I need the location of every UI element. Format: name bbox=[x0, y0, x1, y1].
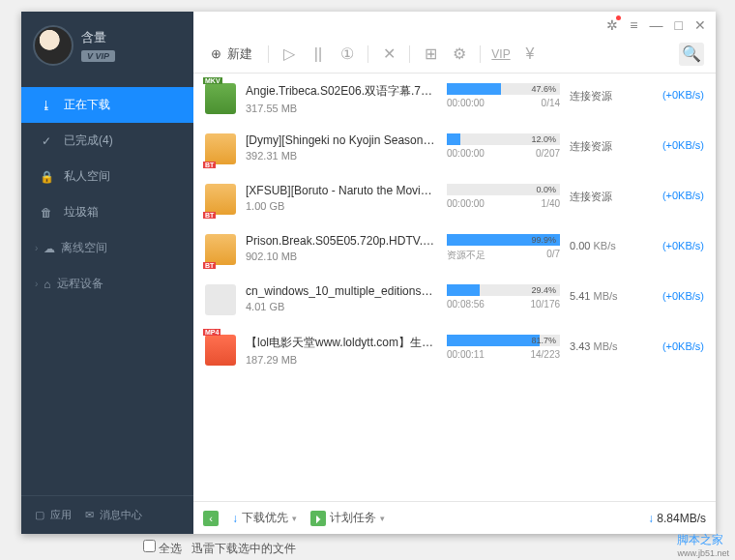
file-icon bbox=[205, 234, 236, 265]
watermark: 脚本之家 www.jb51.net bbox=[677, 532, 729, 558]
progress-bar: 29.4% bbox=[447, 284, 560, 296]
elapsed-time: 资源不足 bbox=[447, 249, 485, 262]
sidebar-group-offline[interactable]: › ☁ 离线空间 bbox=[21, 230, 193, 266]
file-name: [XFSUB][Boruto - Naruto the Movie][BIG5.… bbox=[246, 184, 437, 197]
status-text: 0.00 KB/s bbox=[570, 234, 636, 251]
parts-count: 0/14 bbox=[542, 98, 560, 108]
vip-button[interactable]: VIP bbox=[490, 44, 512, 65]
plus-icon: ⊕ bbox=[211, 46, 221, 61]
sidebar-group-remote[interactable]: › ⌂ 远程设备 bbox=[21, 266, 193, 302]
download-row[interactable]: cn_windows_10_multiple_editions_x64_d...… bbox=[193, 275, 716, 325]
parts-count: 14/223 bbox=[530, 349, 560, 360]
file-name: Prison.Break.S05E05.720p.HDTV.x264-KI... bbox=[246, 234, 437, 248]
window-controls: ✲ ≡ — □ ✕ bbox=[193, 12, 716, 35]
notification-icon[interactable]: ✲ bbox=[606, 17, 618, 33]
priority-icon[interactable]: ① bbox=[337, 44, 358, 65]
toolbar: ⊕ 新建 ▷ || ① ✕ ⊞ ⚙ VIP ¥ 🔍 bbox=[193, 35, 716, 74]
search-icon: 🔍 bbox=[682, 44, 701, 63]
file-size: 187.29 MB bbox=[246, 354, 437, 366]
avatar[interactable] bbox=[33, 25, 74, 66]
plan-task-button[interactable]: ⏵ 计划任务 ▾ bbox=[310, 510, 385, 526]
chevron-right-icon: › bbox=[35, 279, 38, 289]
minimize-button[interactable]: — bbox=[650, 17, 663, 33]
sidebar: 含量 V VIP ⭳ 正在下载 ✓ 已完成(4) 🔒 私人空间 🗑 垃圾箱 bbox=[21, 12, 193, 534]
sidebar-item-label: 已完成(4) bbox=[64, 133, 113, 149]
status-text: 3.43 MB/s bbox=[570, 335, 636, 352]
speed-text: (+0KB/s) bbox=[646, 284, 704, 302]
speed-text: (+0KB/s) bbox=[646, 133, 704, 151]
progress-bar: 99.9% bbox=[447, 234, 560, 246]
vip-badge[interactable]: V VIP bbox=[81, 50, 115, 62]
file-icon bbox=[205, 184, 236, 215]
file-size: 392.31 MB bbox=[246, 150, 437, 162]
chevron-right-icon: › bbox=[35, 243, 38, 253]
sidebar-item-label: 正在下载 bbox=[64, 97, 110, 113]
elapsed-time: 00:00:00 bbox=[447, 98, 485, 108]
new-task-button[interactable]: ⊕ 新建 bbox=[205, 42, 258, 67]
check-icon: ✓ bbox=[39, 133, 54, 149]
menu-icon[interactable]: ≡ bbox=[630, 17, 637, 33]
sidebar-messages[interactable]: ✉ 消息中心 bbox=[85, 508, 142, 522]
grid-icon[interactable]: ⊞ bbox=[420, 44, 441, 65]
maximize-button[interactable]: □ bbox=[675, 17, 683, 33]
gear-icon[interactable]: ⚙ bbox=[449, 44, 470, 65]
file-icon bbox=[205, 335, 236, 366]
apps-icon: ▢ bbox=[35, 509, 44, 521]
sidebar-item-downloading[interactable]: ⭳ 正在下载 bbox=[21, 87, 193, 123]
file-size: 902.10 MB bbox=[246, 251, 437, 262]
parts-count: 0/207 bbox=[536, 148, 560, 159]
sidebar-apps[interactable]: ▢ 应用 bbox=[35, 508, 72, 522]
progress-bar: 12.0% bbox=[447, 133, 560, 145]
file-size: 1.00 GB bbox=[246, 200, 437, 212]
chevron-down-icon: ▾ bbox=[292, 514, 297, 523]
parts-count: 0/7 bbox=[546, 249, 560, 262]
pause-icon[interactable]: || bbox=[308, 44, 329, 65]
sidebar-item-completed[interactable]: ✓ 已完成(4) bbox=[21, 123, 193, 159]
total-speed: ↓ 8.84MB/s bbox=[648, 512, 706, 525]
download-row[interactable]: Angie.Tribeca.S02E06.双语字幕.720p.TVr...317… bbox=[193, 74, 716, 124]
download-row[interactable]: [Dymy][Shingeki no Kyojin Season 2][30(.… bbox=[193, 124, 716, 174]
download-row[interactable]: [XFSUB][Boruto - Naruto the Movie][BIG5.… bbox=[193, 174, 716, 224]
speed-text: (+0KB/s) bbox=[646, 234, 704, 251]
trash-icon: 🗑 bbox=[39, 205, 54, 221]
file-icon bbox=[205, 133, 236, 164]
download-priority-button[interactable]: ↓ 下载优先 ▾ bbox=[232, 510, 297, 526]
delete-icon[interactable]: ✕ bbox=[378, 44, 399, 65]
currency-icon[interactable]: ¥ bbox=[519, 44, 541, 65]
elapsed-time: 00:00:00 bbox=[447, 198, 485, 209]
sidebar-group-label: 远程设备 bbox=[57, 276, 103, 292]
progress-bar: 81.7% bbox=[447, 335, 560, 346]
down-arrow-icon: ↓ bbox=[232, 512, 238, 525]
user-area: 含量 V VIP bbox=[21, 12, 193, 79]
search-button[interactable]: 🔍 bbox=[679, 43, 704, 66]
elapsed-time: 00:00:00 bbox=[447, 148, 485, 159]
speed-text: (+0KB/s) bbox=[646, 83, 704, 101]
play-icon[interactable]: ▷ bbox=[279, 44, 300, 65]
sidebar-item-private[interactable]: 🔒 私人空间 bbox=[21, 159, 193, 194]
file-name: Angie.Tribeca.S02E06.双语字幕.720p.TVr... bbox=[246, 83, 437, 100]
progress-bar: 47.6% bbox=[447, 83, 560, 95]
download-row[interactable]: Prison.Break.S05E05.720p.HDTV.x264-KI...… bbox=[193, 224, 716, 275]
sidebar-item-trash[interactable]: 🗑 垃圾箱 bbox=[21, 194, 193, 230]
status-text: 连接资源 bbox=[570, 133, 636, 154]
plan-icon: ⏵ bbox=[310, 511, 326, 526]
select-all-checkbox[interactable]: 全选 bbox=[143, 540, 182, 557]
download-list: Angie.Tribeca.S02E06.双语字幕.720p.TVr...317… bbox=[193, 74, 716, 501]
sidebar-item-label: 垃圾箱 bbox=[64, 204, 99, 221]
prev-icon[interactable]: ‹ bbox=[203, 511, 219, 526]
lock-icon: 🔒 bbox=[39, 169, 54, 185]
chevron-down-icon: ▾ bbox=[380, 514, 385, 523]
parts-count: 10/176 bbox=[530, 299, 560, 309]
speed-text: (+0KB/s) bbox=[646, 335, 704, 352]
cloud-icon: ☁ bbox=[44, 242, 55, 255]
progress-bar: 0.0% bbox=[447, 184, 560, 195]
parts-count: 1/40 bbox=[542, 198, 560, 209]
username: 含量 bbox=[81, 29, 115, 46]
close-button[interactable]: ✕ bbox=[694, 17, 706, 33]
sidebar-item-label: 私人空间 bbox=[64, 168, 110, 185]
sidebar-group-label: 离线空间 bbox=[61, 240, 107, 256]
elapsed-time: 00:08:56 bbox=[447, 299, 485, 309]
download-row[interactable]: 【lol电影天堂www.loldytt.com】生活大...187.29 MB8… bbox=[193, 325, 716, 375]
status-text: 连接资源 bbox=[570, 83, 636, 103]
message-icon: ✉ bbox=[85, 509, 94, 521]
